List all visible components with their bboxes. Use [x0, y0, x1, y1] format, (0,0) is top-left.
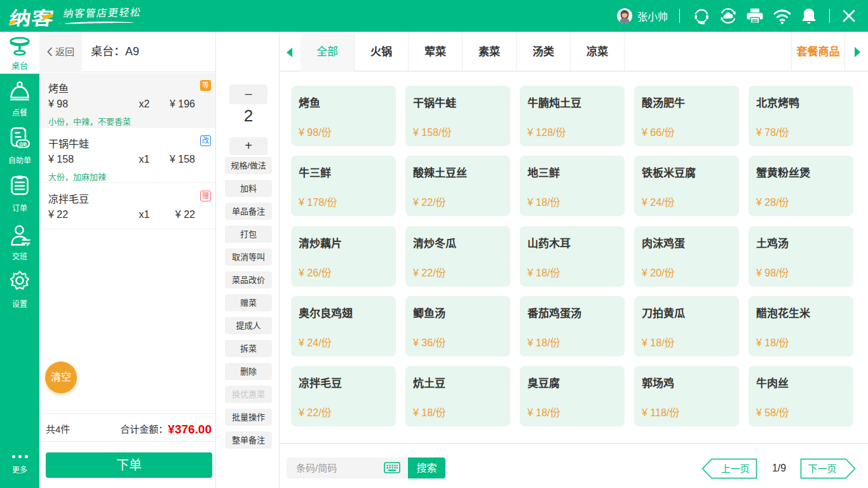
svg-text:自助: 自助	[19, 142, 27, 147]
svg-text:下一页: 下一页	[808, 463, 836, 474]
svg-text:上一页: 上一页	[721, 463, 749, 474]
